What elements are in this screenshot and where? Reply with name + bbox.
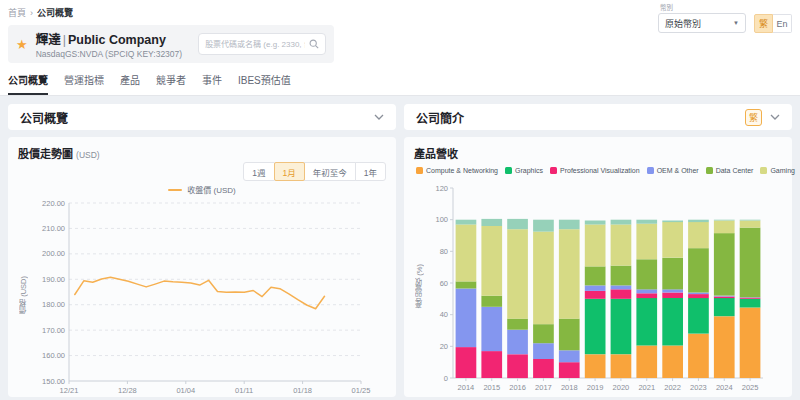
y-grid: 150.00160.00170.00180.00190.00200.00210.… <box>42 199 361 386</box>
collapse-chevron-icon[interactable] <box>770 114 780 120</box>
bar-2014: 2014 <box>456 220 477 392</box>
collapse-chevron-icon[interactable] <box>374 114 384 120</box>
section-company-overview: 公司概覽 <box>8 104 396 130</box>
svg-text:2025: 2025 <box>742 383 759 392</box>
range-1m-button[interactable]: 1月 <box>274 162 305 181</box>
svg-text:80: 80 <box>440 247 448 256</box>
x-ticks: 12/2112/2801/0401/1101/1801/25 <box>60 381 371 395</box>
bar-2015: 2015 <box>481 219 502 392</box>
star-icon[interactable]: ★ <box>16 38 28 51</box>
svg-text:170.00: 170.00 <box>42 326 65 335</box>
svg-text:2015: 2015 <box>483 383 500 392</box>
bar-legend: Compute & Networking Graphics Profession… <box>416 167 782 174</box>
tab-competitors[interactable]: 競爭者 <box>156 72 186 95</box>
svg-text:60: 60 <box>440 279 448 288</box>
breadcrumb-separator: › <box>30 8 33 18</box>
stock-price-line-chart: 150.00160.00170.00180.00190.00200.00210.… <box>29 195 375 400</box>
bar-2020: 2020 <box>611 220 632 392</box>
svg-text:01/25: 01/25 <box>352 386 371 395</box>
product-revenue-bar-chart: 0204060801001202014201520162017201820192… <box>425 176 771 398</box>
svg-text:40: 40 <box>440 310 448 319</box>
stock-price-card: 股價走勢圖 (USD) 1週 1月 年初至今 1年 收盤價 (USD) 價格 (… <box>8 137 396 397</box>
bar-2025: 2025 <box>740 220 761 392</box>
breadcrumb-home[interactable]: 首頁 <box>8 6 26 19</box>
stock-chart-unit: (USD) <box>76 150 100 160</box>
svg-text:160.00: 160.00 <box>42 351 65 360</box>
chevron-down-icon: ▼ <box>733 20 739 26</box>
company-header: ★ 輝達|Public Company NasdaqGS:NVDA (SPCIQ… <box>8 25 334 63</box>
search-box <box>198 33 326 55</box>
svg-text:220.00: 220.00 <box>42 199 65 208</box>
svg-text:12/21: 12/21 <box>60 386 79 395</box>
svg-text:150.00: 150.00 <box>42 377 65 386</box>
svg-text:2017: 2017 <box>535 383 552 392</box>
section-title: 公司簡介 <box>416 109 464 126</box>
company-identity: 輝達|Public Company NasdaqGS:NVDA (SPCIQ K… <box>36 29 182 59</box>
search-input[interactable] <box>205 40 305 49</box>
bar-chart-row: 產品營收 (%) 0204060801001202014201520162017… <box>414 176 782 395</box>
svg-text:01/11: 01/11 <box>235 386 253 395</box>
line-legend: 收盤價 (USD) <box>168 184 235 195</box>
bar-2018: 2018 <box>559 220 580 392</box>
svg-text:01/04: 01/04 <box>176 386 195 395</box>
range-ytd-button[interactable]: 年初至今 <box>304 162 356 181</box>
svg-text:20: 20 <box>440 342 448 351</box>
close-price-legend-marker <box>168 189 182 191</box>
svg-text:2022: 2022 <box>664 383 681 392</box>
company-type: Public Company <box>68 33 166 47</box>
top-right-controls: 幣別 原始幣別 ▼ 繁 En <box>658 2 792 33</box>
legend-gaming: Gaming <box>760 167 795 174</box>
tab-events[interactable]: 事件 <box>202 72 222 95</box>
content-area: 公司概覽 股價走勢圖 (USD) 1週 1月 年初至今 1年 收盤價 (USD)… <box>0 96 800 400</box>
lang-en-button[interactable]: En <box>773 14 792 33</box>
legend-compute-networking: Compute & Networking <box>416 167 498 174</box>
svg-text:120: 120 <box>435 184 448 193</box>
svg-text:2024: 2024 <box>716 383 733 392</box>
product-revenue-card: 產品營收 Compute & Networking Graphics Profe… <box>404 137 792 397</box>
breadcrumb-current: 公司概覽 <box>37 6 73 19</box>
svg-text:180.00: 180.00 <box>42 300 65 309</box>
svg-text:210.00: 210.00 <box>42 224 65 233</box>
svg-text:12/28: 12/28 <box>118 386 137 395</box>
legend-swatch <box>505 167 512 174</box>
line-chart-row: 價格 (USD) 150.00160.00170.00180.00190.002… <box>18 195 386 395</box>
traditional-chinese-badge[interactable]: 繁 <box>745 109 762 126</box>
legend-swatch <box>416 167 423 174</box>
bar-2023: 2023 <box>688 220 709 392</box>
main-tabs: 公司概覽 營運指標 產品 競爭者 事件 IBES預估值 <box>8 72 792 95</box>
stock-chart-title: 股價走勢圖 (USD) <box>18 145 386 161</box>
search-icon[interactable] <box>309 39 319 49</box>
language-toggle: 繁 En <box>754 14 792 33</box>
svg-text:2019: 2019 <box>587 383 604 392</box>
tab-operating-metrics[interactable]: 營運指標 <box>64 72 104 95</box>
bar-2022: 2022 <box>662 221 683 393</box>
legend-oem-other: OEM & Other <box>647 167 699 174</box>
right-column: 公司簡介 繁 產品營收 Compute & Networking Graphic… <box>404 104 792 397</box>
tab-ibes-estimates[interactable]: IBES預估值 <box>238 72 291 95</box>
lang-zh-button[interactable]: 繁 <box>754 14 773 33</box>
bar-2019: 2019 <box>585 221 606 393</box>
svg-text:200.00: 200.00 <box>42 249 65 258</box>
svg-text:2020: 2020 <box>613 383 630 392</box>
tab-company-overview[interactable]: 公司概覽 <box>8 72 48 95</box>
close-price-series <box>75 277 325 309</box>
company-name-zh: 輝達 <box>36 33 61 47</box>
svg-text:2018: 2018 <box>561 383 578 392</box>
legend-graphics: Graphics <box>505 167 543 174</box>
svg-text:2023: 2023 <box>690 383 707 392</box>
legend-professional-visualization: Professional Visualization <box>550 167 640 174</box>
range-1y-button[interactable]: 1年 <box>355 162 386 181</box>
section-title: 公司概覽 <box>20 109 68 126</box>
svg-text:190.00: 190.00 <box>42 275 65 284</box>
svg-text:2016: 2016 <box>509 383 526 392</box>
stock-chart-title-text: 股價走勢圖 <box>18 148 73 160</box>
bar-2024: 2024 <box>714 220 735 392</box>
range-1w-button[interactable]: 1週 <box>243 162 274 181</box>
tab-products[interactable]: 產品 <box>120 72 140 95</box>
currency-select[interactable]: 原始幣別 ▼ <box>658 13 746 33</box>
company-ticker: NasdaqGS:NVDA (SPCIQ KEY:32307) <box>36 49 182 59</box>
legend-swatch <box>647 167 654 174</box>
left-column: 公司概覽 股價走勢圖 (USD) 1週 1月 年初至今 1年 收盤價 (USD)… <box>8 104 396 397</box>
close-price-legend-label: 收盤價 (USD) <box>187 184 235 195</box>
svg-text:0: 0 <box>444 374 448 383</box>
